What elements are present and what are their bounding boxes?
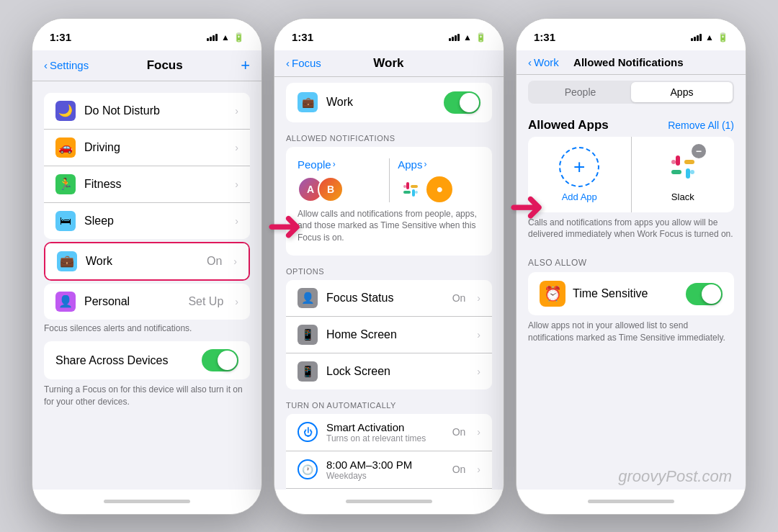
share-item[interactable]: Share Across Devices (44, 341, 250, 379)
svg-rect-5 (415, 191, 418, 194)
work-highlight-border: 💼 Work On › (44, 242, 250, 281)
work-toggle-icon: 💼 (298, 92, 318, 112)
wifi-icon-3: ▲ (705, 32, 714, 42)
share-toggle[interactable] (202, 349, 238, 371)
app-icons-row: ● (398, 176, 480, 202)
time-sensitive-toggle[interactable] (686, 283, 723, 305)
apps-label: Apps › (398, 158, 480, 171)
do-not-disturb-item[interactable]: 🌙 Do Not Disturb › (44, 93, 250, 130)
settings-back[interactable]: ‹Settings (44, 59, 89, 71)
time-schedule-item[interactable]: 🕐 8:00 AM–3:00 PM Weekdays On › (286, 451, 492, 489)
work-value: On (207, 255, 222, 268)
tab-apps[interactable]: Apps (631, 82, 733, 102)
home-screen-label: Home Screen (326, 328, 465, 341)
work-back[interactable]: ‹Work (528, 56, 559, 68)
arrow-2: ➜ (509, 185, 545, 228)
nav-title-3: Allowed Notifications (573, 56, 684, 68)
people-col[interactable]: People › A B (298, 158, 380, 202)
wifi-icon: ▲ (221, 32, 230, 42)
lock-screen-label: Lock Screen (326, 365, 465, 378)
phone2-content: 💼 Work ALLOWED NOTIFICATIONS People › (274, 77, 504, 490)
svg-rect-9 (684, 160, 694, 164)
signal-icon (207, 34, 218, 41)
smart-activation-text: Smart Activation Turns on at relevant ti… (326, 421, 444, 443)
home-screen-item[interactable]: 📱 Home Screen › (286, 317, 492, 353)
people-avatars: A B (298, 176, 380, 202)
share-desc: Turning a Focus on for this device will … (32, 379, 261, 417)
remove-all-button[interactable]: Remove All (1) (668, 120, 734, 131)
slack-icon: − (663, 147, 703, 187)
battery-icon-2: 🔋 (475, 32, 486, 42)
sleep-chevron: › (235, 215, 238, 227)
focus-status-icon: 👤 (298, 288, 318, 308)
home-screen-icon: 📱 (298, 325, 318, 345)
svg-rect-10 (671, 160, 676, 164)
time-schedule-value: On (452, 464, 466, 475)
add-button[interactable]: + (241, 56, 250, 75)
nav-bar-3: ‹Work Allowed Notifications (517, 50, 746, 75)
status-bar-1: 1:31 ▲ 🔋 (32, 19, 261, 50)
also-allow-label: ALSO ALLOW (517, 249, 746, 272)
work-item[interactable]: 💼 Work On › (45, 243, 249, 279)
sleep-label: Sleep (84, 215, 223, 227)
work-toggle-card: 💼 Work (286, 83, 492, 122)
personal-item[interactable]: 👤 Personal Set Up › (44, 284, 250, 320)
people-label: People › (298, 158, 380, 171)
personal-chevron: › (235, 296, 238, 307)
smart-activation-item[interactable]: ⏻ Smart Activation Turns on at relevant … (286, 414, 492, 451)
apps-col[interactable]: Apps › (398, 158, 480, 202)
phone-1: 1:31 ▲ 🔋 ‹Settings Focus + (32, 18, 262, 515)
time-sensitive-icon: ⏰ (540, 281, 565, 307)
phone-2: 1:31 ▲ 🔋 ‹Focus Work 💼 Work (274, 18, 504, 515)
personal-card: 👤 Personal Set Up › (44, 284, 250, 320)
focus-status-item[interactable]: 👤 Focus Status On › (286, 280, 492, 317)
tab-people[interactable]: People (529, 82, 631, 102)
sleep-icon: 🛏 (55, 211, 76, 231)
personal-value: Set Up (188, 295, 223, 308)
slack-app-icon (398, 176, 424, 202)
time-3: 1:31 (534, 31, 555, 43)
status-bar-2: 1:31 ▲ 🔋 (274, 19, 504, 50)
time-sensitive-label: Time Sensitive (573, 287, 679, 300)
auto-card: ⏻ Smart Activation Turns on at relevant … (286, 414, 492, 490)
smart-activation-icon: ⏻ (298, 422, 318, 442)
share-card: Share Across Devices (44, 341, 250, 379)
allowed-apps-header: Allowed Apps Remove All (1) (517, 109, 746, 137)
focus-list-group: 🌙 Do Not Disturb › 🚗 Driving › 🏃 Fitness… (32, 93, 261, 417)
nav-bar-1: ‹Settings Focus + (32, 50, 261, 81)
focus-back[interactable]: ‹Focus (286, 57, 321, 69)
nav-title-1: Focus (147, 58, 183, 73)
dnd-chevron: › (235, 105, 238, 117)
phone-3: 1:31 ▲ 🔋 ‹Work Allowed Notifications Peo (516, 18, 746, 515)
fitness-label: Fitness (84, 178, 223, 191)
fitness-icon: 🏃 (55, 174, 76, 194)
allowed-notif-label: ALLOWED NOTIFICATIONS (274, 122, 504, 147)
status-icons-3: ▲ 🔋 (691, 32, 728, 42)
phone3-content: People Apps Allowed Apps Remove All (1) … (517, 75, 746, 490)
phone1-content: 🌙 Do Not Disturb › 🚗 Driving › 🏃 Fitness… (32, 81, 261, 490)
share-label: Share Across Devices (55, 354, 193, 367)
driving-item[interactable]: 🚗 Driving › (44, 130, 250, 166)
dnd-label: Do Not Disturb (84, 104, 223, 117)
dnd-icon: 🌙 (55, 101, 76, 121)
time-1: 1:31 (50, 31, 71, 43)
allowed-row: People › A B Apps › (298, 158, 480, 202)
slack-label: Slack (671, 191, 694, 202)
focus-status-value: On (452, 292, 466, 304)
allowed-notif-card: People › A B Apps › (286, 147, 492, 256)
fitness-chevron: › (235, 179, 238, 190)
time-sensitive-desc: Allow apps not in your allowed list to s… (517, 315, 746, 356)
svg-rect-8 (671, 170, 681, 174)
add-app-label: Add App (562, 191, 597, 202)
lock-screen-icon: 📱 (298, 361, 318, 382)
svg-rect-2 (403, 191, 411, 194)
slack-minus-icon[interactable]: − (692, 144, 706, 158)
smart-activation-value: On (452, 426, 466, 438)
fitness-item[interactable]: 🏃 Fitness › (44, 166, 250, 203)
sleep-item[interactable]: 🛏 Sleep › (44, 203, 250, 239)
work-main-toggle[interactable] (444, 91, 480, 114)
apps-row-card: + Add App − (528, 137, 734, 212)
lock-screen-item[interactable]: 📱 Lock Screen › (286, 353, 492, 389)
orange-app-icon: ● (426, 176, 452, 202)
driving-label: Driving (84, 141, 223, 154)
